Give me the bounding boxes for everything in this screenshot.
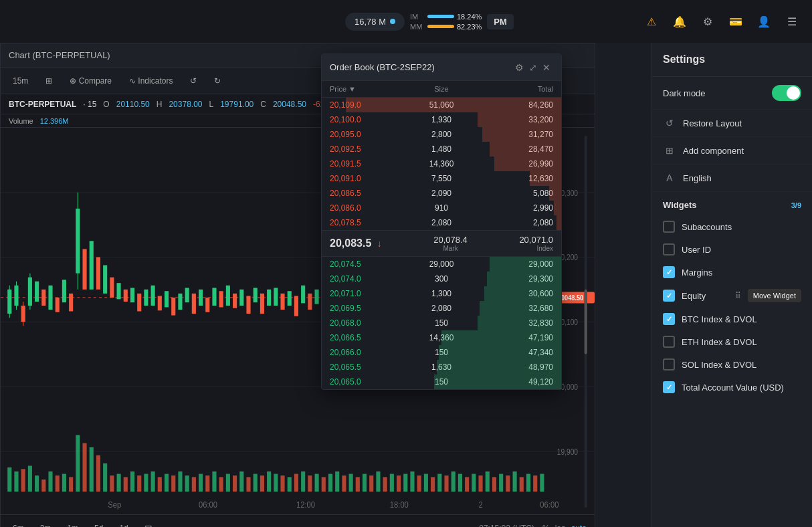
widget-checkbox[interactable] — [663, 336, 675, 348]
svg-rect-50 — [274, 288, 278, 306]
ask-size: 1,930 — [404, 115, 478, 124]
widget-checkbox[interactable] — [663, 313, 675, 325]
bid-row[interactable]: 20,066.0 150 47,340 — [322, 345, 561, 360]
widget-checkbox[interactable] — [663, 221, 675, 233]
dark-mode-row[interactable]: Dark mode — [652, 77, 812, 110]
3m-button[interactable]: 3m — [36, 522, 56, 528]
ask-row[interactable]: 20,109.0 51,060 84,260 — [322, 98, 561, 112]
ask-bg-bar — [494, 156, 561, 171]
bid-row[interactable]: 20,069.5 2,080 32,680 — [322, 301, 561, 316]
svg-rect-110 — [144, 474, 148, 492]
svg-rect-163 — [506, 476, 510, 492]
drag-handle-icon[interactable]: ⠿ — [735, 291, 741, 300]
mm-label: MM — [410, 23, 425, 31]
widget-row-2[interactable]: Margins — [652, 261, 812, 284]
widget-checkbox[interactable] — [663, 381, 675, 393]
ask-row[interactable]: 20,091.5 14,360 26,990 — [322, 156, 561, 171]
timeframe-button[interactable]: 15m — [7, 74, 33, 88]
ask-total: 5,080 — [479, 189, 553, 198]
volume-label: Volume — [9, 117, 33, 125]
widgets-label: Widgets — [663, 200, 696, 210]
svg-rect-48 — [260, 294, 264, 314]
svg-rect-137 — [328, 474, 332, 492]
interval-button[interactable]: ⊞ — [40, 74, 58, 88]
bid-row[interactable]: 20,065.5 1,630 48,970 — [322, 360, 561, 375]
ask-row[interactable]: 20,100.0 1,930 33,200 — [322, 112, 561, 127]
user-icon[interactable]: 👤 — [754, 12, 773, 31]
gear-icon[interactable]: ⚙ — [698, 12, 717, 31]
screenshot-button[interactable]: ⊡ — [140, 522, 157, 528]
widget-checkbox[interactable] — [663, 266, 675, 278]
im-bar — [427, 15, 454, 18]
widget-checkbox[interactable] — [663, 358, 675, 371]
ob-expand-button[interactable]: ⤢ — [526, 60, 540, 76]
1d-button[interactable]: 1d — [115, 522, 132, 528]
bid-row[interactable]: 20,074.5 29,000 29,000 — [322, 257, 561, 272]
bid-row[interactable]: 20,066.5 14,360 47,190 — [322, 330, 561, 345]
widget-row-6[interactable]: SOL Index & DVOL — [652, 353, 812, 376]
svg-rect-111 — [151, 471, 155, 492]
svg-rect-33 — [158, 296, 162, 311]
1m-button[interactable]: 1m — [63, 522, 82, 528]
ask-size: 14,360 — [404, 159, 478, 169]
ask-row[interactable]: 20,092.5 1,480 28,470 — [322, 142, 561, 156]
mm-value: 82.23% — [457, 23, 482, 31]
svg-rect-112 — [158, 477, 162, 492]
bid-row[interactable]: 20,074.0 300 29,300 — [322, 272, 561, 286]
language-row[interactable]: A English — [652, 165, 812, 192]
svg-rect-161 — [492, 477, 496, 492]
ob-mid-row: 20,083.5 ↓ 20,078.4 Mark 20,071.0 Index — [322, 230, 561, 257]
balance-value: 16,78 M — [354, 17, 386, 27]
indicators-button[interactable]: ∿ Indicators — [124, 74, 178, 88]
svg-text:Sep: Sep — [108, 500, 121, 510]
6m-button[interactable]: 6m — [9, 522, 28, 528]
5d-button[interactable]: 5d — [90, 522, 107, 528]
menu-icon[interactable]: ☰ — [783, 12, 801, 31]
svg-rect-143 — [369, 476, 373, 492]
svg-rect-30 — [137, 294, 141, 312]
bid-row[interactable]: 20,071.0 1,300 30,600 — [322, 286, 561, 301]
volume-value: 12.396M — [40, 117, 69, 125]
svg-rect-140 — [349, 474, 353, 492]
redo-button[interactable]: ↻ — [209, 74, 226, 88]
widget-row-4[interactable]: BTC Index & DVOL — [652, 308, 812, 330]
ask-row[interactable]: 20,091.0 7,550 12,630 — [322, 171, 561, 186]
svg-rect-183 — [585, 290, 587, 354]
bid-row[interactable]: 20,068.0 150 32,830 — [322, 316, 561, 330]
svg-rect-126 — [253, 474, 258, 492]
widgets-count: 3/9 — [791, 201, 801, 209]
ask-row[interactable]: 20,086.5 2,090 5,080 — [322, 186, 561, 201]
bid-row[interactable]: 20,065.0 150 49,120 — [322, 375, 561, 389]
widget-row-0[interactable]: Subaccounts — [652, 215, 812, 238]
svg-rect-145 — [383, 477, 387, 492]
ask-row[interactable]: 20,078.5 2,080 2,080 — [322, 215, 561, 230]
ask-bg-bar — [490, 142, 561, 156]
ob-settings-button[interactable]: ⚙ — [512, 60, 526, 76]
widget-checkbox[interactable] — [663, 290, 675, 302]
dark-mode-toggle[interactable] — [772, 85, 801, 101]
chart-scale-controls: % log auto — [542, 524, 587, 528]
ask-size: 1,480 — [404, 144, 478, 154]
widget-row-1[interactable]: User ID — [652, 238, 812, 261]
svg-rect-141 — [356, 477, 360, 492]
bell-icon[interactable]: 🔔 — [670, 12, 689, 31]
high-value: 20378.00 — [169, 100, 202, 109]
restore-layout-row[interactable]: ↺ Restore Layout — [652, 110, 812, 137]
svg-rect-54 — [301, 286, 305, 304]
ob-close-button[interactable]: ✕ — [540, 60, 553, 76]
svg-rect-107 — [124, 477, 128, 492]
compare-button[interactable]: ⊕ Compare — [64, 74, 117, 88]
svg-rect-41 — [212, 288, 216, 306]
widget-row-7[interactable]: Total Account Value (USD) — [652, 376, 812, 399]
ask-row[interactable]: 20,086.0 910 2,990 — [322, 201, 561, 215]
ask-row[interactable]: 20,095.0 2,800 31,270 — [322, 127, 561, 142]
wallet-icon[interactable]: 💳 — [726, 12, 745, 31]
add-component-row[interactable]: ⊞ Add component — [652, 137, 812, 165]
warning-icon[interactable]: ⚠ — [642, 12, 661, 31]
mm-bar — [427, 25, 454, 28]
widget-checkbox[interactable] — [663, 243, 675, 255]
svg-rect-101 — [82, 443, 86, 492]
undo-button[interactable]: ↺ — [185, 74, 202, 88]
widget-row-3[interactable]: Equity ⠿ Move Widget — [652, 284, 812, 308]
widget-row-5[interactable]: ETH Index & DVOL — [652, 330, 812, 353]
